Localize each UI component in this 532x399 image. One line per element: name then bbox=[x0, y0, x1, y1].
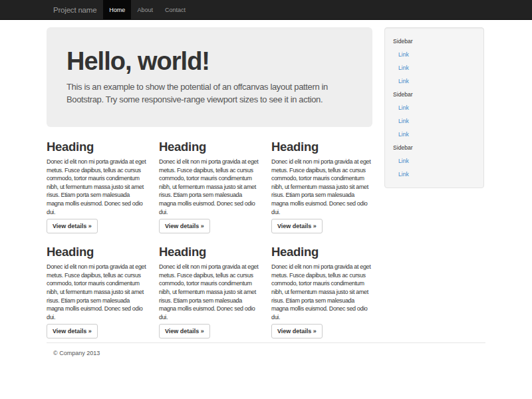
card-body-text: Donec id elit non mi porta gravida at eg… bbox=[271, 158, 372, 216]
card-4: Heading Donec id elit non mi porta gravi… bbox=[47, 245, 148, 338]
sidebar-link[interactable]: Link bbox=[385, 168, 483, 181]
footer: © Company 2013 bbox=[47, 342, 485, 356]
view-details-button[interactable]: View details » bbox=[159, 324, 210, 338]
sidebar-link[interactable]: Link bbox=[385, 114, 483, 128]
nav-link-contact[interactable]: Contact bbox=[159, 0, 192, 20]
sidebar-section-header: Sidebar bbox=[385, 88, 483, 101]
sidebar-link[interactable]: Link bbox=[385, 128, 483, 141]
nav-item-about: About bbox=[131, 0, 159, 20]
view-details-button[interactable]: View details » bbox=[47, 324, 98, 338]
jumbotron-description: This is an example to show the potential… bbox=[66, 80, 352, 106]
cards-grid: Heading Donec id elit non mi porta gravi… bbox=[47, 140, 372, 338]
navbar-brand[interactable]: Project name bbox=[47, 0, 103, 20]
card-body-text: Donec id elit non mi porta gravida at eg… bbox=[47, 263, 148, 321]
jumbotron: Hello, world! This is an example to show… bbox=[47, 27, 372, 127]
sidebar-section-header: Sidebar bbox=[385, 35, 483, 48]
footer-divider bbox=[47, 342, 485, 343]
page-title: Hello, world! bbox=[66, 49, 352, 74]
card-body-text: Donec id elit non mi porta gravida at eg… bbox=[271, 263, 372, 321]
view-details-button[interactable]: View details » bbox=[271, 324, 323, 338]
card-heading: Heading bbox=[271, 140, 372, 154]
view-details-button[interactable]: View details » bbox=[47, 219, 98, 233]
nav-item-contact: Contact bbox=[159, 0, 192, 20]
card-heading: Heading bbox=[159, 245, 260, 259]
view-details-button[interactable]: View details » bbox=[271, 219, 323, 233]
card-body-text: Donec id elit non mi porta gravida at eg… bbox=[159, 263, 260, 321]
sidebar-nav: Sidebar Link Link Link Sidebar Link Link… bbox=[384, 27, 484, 188]
sidebar-link[interactable]: Link bbox=[385, 61, 483, 74]
card-5: Heading Donec id elit non mi porta gravi… bbox=[159, 245, 260, 338]
nav-link-about[interactable]: About bbox=[131, 0, 159, 20]
sidebar-link[interactable]: Link bbox=[385, 101, 483, 114]
sidebar-link[interactable]: Link bbox=[385, 154, 483, 168]
sidebar: Sidebar Link Link Link Sidebar Link Link… bbox=[384, 27, 484, 338]
nav-link-home[interactable]: Home bbox=[103, 0, 131, 20]
sidebar-section-header: Sidebar bbox=[385, 141, 483, 154]
card-heading: Heading bbox=[271, 245, 372, 259]
card-heading: Heading bbox=[47, 245, 148, 259]
sidebar-link[interactable]: Link bbox=[385, 74, 483, 88]
page-container: Hello, world! This is an example to show… bbox=[47, 27, 485, 356]
card-6: Heading Donec id elit non mi porta gravi… bbox=[271, 245, 372, 338]
nav-item-home: Home bbox=[103, 0, 131, 20]
sidebar-link[interactable]: Link bbox=[385, 48, 483, 61]
card-heading: Heading bbox=[47, 140, 148, 154]
navbar-menu: Home About Contact bbox=[103, 0, 192, 20]
card-3: Heading Donec id elit non mi porta gravi… bbox=[271, 140, 372, 233]
navbar: Project name Home About Contact bbox=[0, 0, 532, 20]
card-2: Heading Donec id elit non mi porta gravi… bbox=[159, 140, 260, 233]
view-details-button[interactable]: View details » bbox=[159, 219, 210, 233]
card-body-text: Donec id elit non mi porta gravida at eg… bbox=[47, 158, 148, 216]
card-heading: Heading bbox=[159, 140, 260, 154]
card-1: Heading Donec id elit non mi porta gravi… bbox=[47, 140, 148, 233]
main-content: Hello, world! This is an example to show… bbox=[47, 27, 372, 338]
copyright-text: © Company 2013 bbox=[47, 350, 485, 356]
card-body-text: Donec id elit non mi porta gravida at eg… bbox=[159, 158, 260, 216]
